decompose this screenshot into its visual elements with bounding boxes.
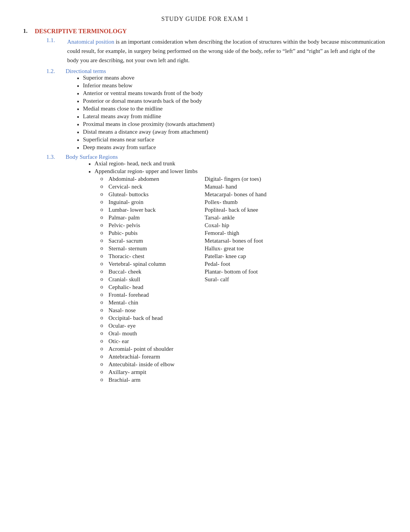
section-1-heading: DESCRIPTIVE TERMINOLOGY: [35, 28, 127, 35]
directional-term-item: Inferior means below: [77, 82, 387, 89]
right-col-item: Metatarsal- bones of foot: [201, 238, 293, 244]
right-col-item: Plantar- bottom of foot: [201, 269, 293, 275]
body-regions-right-col: Digital- fingers (or toes)Manual- handMe…: [201, 176, 293, 384]
body-regions-left-col: Abdominal- abdomenCervical- neckGluteal-…: [100, 176, 201, 384]
anatomical-position-link: Anatomical position: [67, 39, 114, 45]
section-1-1-text: Anatomical position is an important cons…: [67, 37, 387, 65]
body-surface-regions-link: Body Surface Regions: [66, 154, 118, 160]
left-col-item: Brachial- arm: [100, 377, 201, 383]
directional-term-item: Deep means away from surface: [77, 144, 387, 151]
right-col-item: Tarsal- ankle: [201, 214, 293, 221]
body-regions-two-col: Abdominal- abdomenCervical- neckGluteal-…: [100, 176, 387, 384]
left-col-item: Lumbar- lower back: [100, 207, 201, 213]
left-col-item: Vertebral- spinal column: [100, 261, 201, 267]
directional-terms-link: Directional terms: [66, 68, 106, 75]
left-col-item: Inguinal- groin: [100, 199, 201, 206]
right-col-item: Patellar- knee cap: [201, 253, 293, 260]
right-col-item: Sural- calf: [201, 276, 293, 283]
axial-item: Axial region- head, neck and trunk: [89, 160, 387, 167]
section-1-num: 1.: [23, 28, 35, 35]
appendicular-item: Appendicular region- upper and lower lim…: [89, 168, 387, 175]
right-col-item: Pedal- foot: [201, 261, 293, 267]
directional-term-item: Distal means a distance away (away from …: [77, 129, 387, 135]
section-1-3-num: 1.3.: [46, 154, 66, 160]
left-col-item: Sternal- sternum: [100, 245, 201, 252]
right-col-item: Femoral- thigh: [201, 230, 293, 236]
section-1: 1. DESCRIPTIVE TERMINOLOGY: [23, 28, 387, 35]
section-1-1: 1.1. Anatomical position is an important…: [46, 37, 387, 65]
left-col-item: Sacral- sacrum: [100, 238, 201, 244]
left-col-item: Pubic- pubis: [100, 230, 201, 236]
right-col-item: Popliteal- back of knee: [201, 207, 293, 213]
section-1-1-body: is an important consideration when descr…: [67, 39, 385, 63]
directional-terms-list: Superior means aboveInferior means below…: [77, 75, 387, 151]
left-col-item: Otic- ear: [100, 338, 201, 345]
left-col-item: Mental- chin: [100, 299, 201, 306]
left-col-item: Acromial- point of shoulder: [100, 346, 201, 352]
left-col-item: Antebrachial- forearm: [100, 354, 201, 360]
section-1-1-num: 1.1.: [46, 37, 66, 65]
right-col-item: Digital- fingers (or toes): [201, 176, 293, 182]
left-col-item: Oral- mouth: [100, 330, 201, 337]
left-col-item: Frontal- forehead: [100, 292, 201, 298]
left-col-item: Gluteal- buttocks: [100, 191, 201, 198]
directional-term-item: Lateral means away from midline: [77, 113, 387, 120]
section-1-3: 1.3. Body Surface Regions Axial region- …: [46, 154, 387, 384]
left-col-item: Abdominal- abdomen: [100, 176, 201, 182]
directional-term-item: Anterior or ventral means towards front …: [77, 90, 387, 97]
directional-term-item: Proximal means in close proximity (towar…: [77, 121, 387, 127]
directional-term-item: Posterior or dorsal means towards back o…: [77, 98, 387, 104]
left-col-item: Pelvic- pelvis: [100, 222, 201, 229]
page-title: STUDY GUIDE FOR EXAM 1: [23, 15, 387, 22]
left-col-item: Cervical- neck: [100, 184, 201, 190]
left-col-item: Antecubital- inside of elbow: [100, 361, 201, 368]
left-col-item: Occipital- back of head: [100, 315, 201, 321]
section-1-2-header: 1.2. Directional terms: [46, 68, 387, 75]
section-1-2: 1.2. Directional terms Superior means ab…: [46, 68, 387, 151]
directional-term-item: Medial means close to the midline: [77, 105, 387, 112]
right-col-item: Metacarpal- bones of hand: [201, 191, 293, 198]
left-col-item: Cephalic- head: [100, 284, 201, 291]
left-col-item: Thoracic- chest: [100, 253, 201, 260]
left-col-item: Cranial- skull: [100, 276, 201, 283]
right-col-item: Coxal- hip: [201, 222, 293, 229]
left-col-item: Palmar- palm: [100, 214, 201, 221]
directional-term-item: Superficial means near surface: [77, 136, 387, 143]
left-col-item: Ocular- eye: [100, 323, 201, 329]
right-col-item: Manual- hand: [201, 184, 293, 190]
left-col-item: Nasal- nose: [100, 307, 201, 314]
left-col-item: Axillary- armpit: [100, 369, 201, 376]
directional-term-item: Superior means above: [77, 75, 387, 81]
body-surface-top-list: Axial region- head, neck and trunk Appen…: [89, 160, 387, 175]
section-1-3-header: 1.3. Body Surface Regions: [46, 154, 387, 160]
section-1-2-num: 1.2.: [46, 68, 66, 75]
right-col-item: Pollex- thumb: [201, 199, 293, 206]
left-col-item: Buccal- cheek: [100, 269, 201, 275]
right-col-item: Hallux- great toe: [201, 245, 293, 252]
